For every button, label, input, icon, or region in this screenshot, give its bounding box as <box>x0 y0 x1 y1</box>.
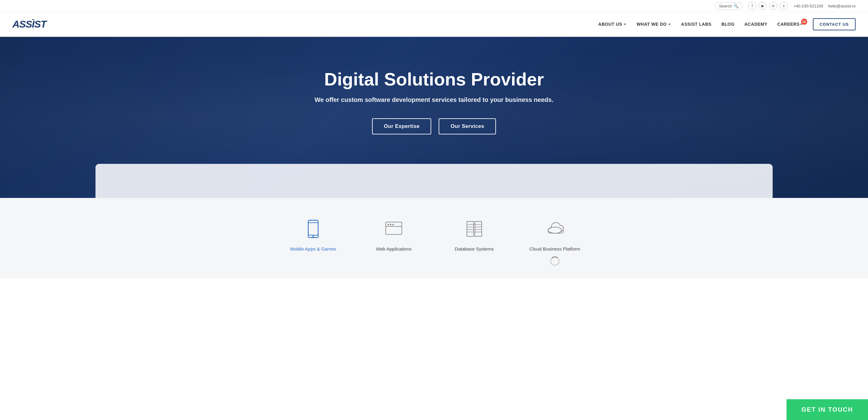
web-apps-icon <box>384 219 404 239</box>
nav-item-about[interactable]: ABOUT US ▼ <box>598 22 627 27</box>
logo[interactable]: ASSIST <box>12 19 46 30</box>
nav-item-whatwedo[interactable]: WHAT WE DO ▼ <box>637 22 671 27</box>
svg-point-19 <box>548 227 562 233</box>
nav-item-careers[interactable]: CAREERS ▼ 16 <box>777 22 803 27</box>
svg-rect-10 <box>475 222 482 236</box>
youtube-icon[interactable]: ▶ <box>758 2 767 10</box>
database-icon-wrap <box>462 217 487 241</box>
nav-menu: ABOUT US ▼ WHAT WE DO ▼ ASSIST LABS BLOG… <box>598 18 856 30</box>
hero-title: Digital Solutions Provider <box>315 69 554 89</box>
nav-link-careers[interactable]: CAREERS ▼ 16 <box>777 22 803 27</box>
web-icon-wrap <box>381 217 406 241</box>
service-item-mobile[interactable]: Mobile Apps & Games <box>285 217 341 266</box>
nav-label-assistlabs: ASSIST LABS <box>681 22 712 27</box>
services-section: Mobile Apps & Games Web Applications <box>0 198 868 278</box>
svg-rect-9 <box>467 222 474 236</box>
card-overlap <box>95 164 773 198</box>
nav-label-whatwedo: WHAT WE DO <box>637 22 666 27</box>
chevron-down-icon: ▼ <box>623 23 626 26</box>
email-address: hello@assist.ro <box>828 4 856 8</box>
nav-link-blog[interactable]: BLOG <box>721 22 735 27</box>
search-label: Search <box>719 4 732 8</box>
service-item-web[interactable]: Web Applications <box>366 217 422 266</box>
nav-link-academy[interactable]: ACADEMY <box>744 22 767 27</box>
linkedin-icon[interactable]: in <box>769 2 777 10</box>
hero-content: Digital Solutions Provider We offer cust… <box>315 69 554 135</box>
svg-point-3 <box>313 236 314 237</box>
database-systems-icon <box>464 219 484 239</box>
svg-point-5 <box>388 224 389 225</box>
nav-label-blog: BLOG <box>721 22 735 27</box>
mobile-icon-wrap <box>301 217 326 241</box>
nav-item-assistlabs[interactable]: ASSIST LABS <box>681 22 712 27</box>
hero-section: Digital Solutions Provider We offer cust… <box>0 37 868 198</box>
phone-number: +40-230-521100 <box>793 4 823 8</box>
nav-item-academy[interactable]: ACADEMY <box>744 22 767 27</box>
main-nav: ASSIST ABOUT US ▼ WHAT WE DO ▼ ASSIST LA… <box>0 12 868 37</box>
social-icons: f ▶ in x <box>748 2 788 10</box>
nav-link-about[interactable]: ABOUT US ▼ <box>598 22 627 27</box>
loading-spinner <box>550 256 559 266</box>
hero-buttons: Our Expertise Our Services <box>315 118 554 134</box>
services-button[interactable]: Our Services <box>439 118 496 134</box>
service-label-cloud: Cloud Business Platform <box>529 246 580 252</box>
logo-text: ASSIST <box>12 19 46 30</box>
nav-item-blog[interactable]: BLOG <box>721 22 735 27</box>
xing-icon[interactable]: x <box>780 2 788 10</box>
chevron-down-icon-2: ▼ <box>668 23 671 26</box>
nav-link-contact[interactable]: CONTACT US <box>813 18 856 30</box>
nav-link-whatwedo[interactable]: WHAT WE DO ▼ <box>637 22 671 27</box>
nav-link-assistlabs[interactable]: ASSIST LABS <box>681 22 712 27</box>
service-label-mobile: Mobile Apps & Games <box>290 246 336 252</box>
service-item-database[interactable]: Database Systems <box>446 217 502 266</box>
nav-item-contact[interactable]: CONTACT US <box>813 18 856 30</box>
top-bar: Search 🔍 f ▶ in x +40-230-521100 hello@a… <box>0 0 868 12</box>
facebook-icon[interactable]: f <box>748 2 756 10</box>
svg-point-7 <box>393 224 394 225</box>
svg-point-6 <box>390 224 392 225</box>
contact-info: +40-230-521100 hello@assist.ro <box>793 4 856 8</box>
service-label-database: Database Systems <box>455 246 494 252</box>
expertise-button[interactable]: Our Expertise <box>372 118 431 134</box>
nav-label-about: ABOUT US <box>598 22 622 27</box>
careers-badge-count: 16 <box>801 19 807 25</box>
service-item-cloud[interactable]: Cloud Business Platform <box>527 217 583 266</box>
search-box[interactable]: Search 🔍 <box>715 2 743 10</box>
cloud-icon-wrap <box>542 217 567 241</box>
nav-label-academy: ACADEMY <box>744 22 767 27</box>
service-label-web: Web Applications <box>376 246 412 252</box>
search-icon: 🔍 <box>734 4 739 8</box>
mobile-apps-icon <box>303 219 323 239</box>
hero-subtitle: We offer custom software development ser… <box>315 96 554 103</box>
nav-label-careers: CAREERS <box>777 22 800 27</box>
cloud-business-icon <box>545 219 565 239</box>
nav-label-contact: CONTACT US <box>820 22 849 27</box>
